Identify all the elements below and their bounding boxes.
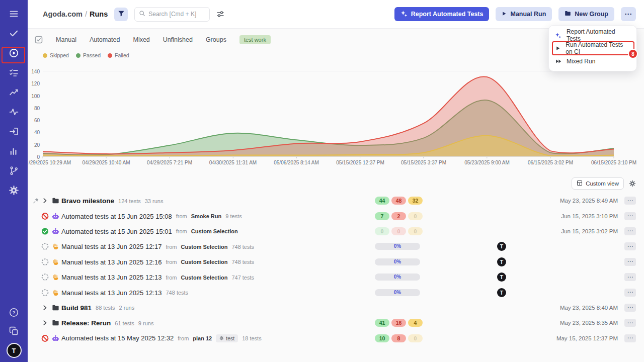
group-row[interactable]: Bravo milestone124 tests33 runs444832May…	[28, 193, 644, 208]
run-meta: 748 tests	[231, 259, 254, 265]
row-more-button[interactable]: ⋯	[624, 319, 636, 327]
filter-sliders-icon[interactable]	[216, 10, 224, 18]
result-badges: 000	[375, 227, 423, 235]
run-title[interactable]: Manual tests at 13 Jun 2025 12:16	[61, 258, 162, 265]
expand-chevron-icon[interactable]	[41, 197, 48, 204]
run-title[interactable]: Manual tests at 13 Jun 2025 12:17	[61, 243, 162, 250]
row-more-button[interactable]: ⋯	[624, 304, 636, 312]
run-source-link[interactable]: plan 12	[193, 335, 212, 341]
run-source-link[interactable]: Custom Selection	[181, 259, 227, 265]
row-more-button[interactable]: ⋯	[624, 242, 636, 250]
analytics-icon[interactable]	[9, 86, 20, 98]
progress-bar: 0%	[375, 258, 420, 265]
run-meta: 61 tests	[115, 320, 134, 326]
import-icon[interactable]	[9, 126, 20, 137]
run-row[interactable]: Manual tests at 13 Jun 2025 12:17fromCus…	[28, 239, 644, 254]
blocked-status-icon	[41, 334, 49, 342]
filter-button[interactable]	[114, 8, 128, 21]
report-automated-tests-button[interactable]: Report Automated Tests	[394, 7, 490, 21]
tab-unfinished[interactable]: Unfinished	[163, 36, 193, 43]
tab-mixed[interactable]: Mixed	[133, 36, 149, 43]
row-more-button[interactable]: ⋯	[624, 334, 636, 342]
menu-item-report-automated-tests[interactable]: Report Automated Tests	[549, 29, 636, 42]
hand-icon	[52, 243, 59, 250]
filter-tag-test-work[interactable]: test work	[239, 35, 271, 44]
robot-icon	[52, 212, 59, 220]
run-date: May 23, 2025 8:35 AM	[560, 320, 618, 326]
tab-manual[interactable]: Manual	[56, 36, 76, 43]
breadcrumb-project[interactable]: Agoda.com	[43, 10, 83, 18]
run-row[interactable]: Automated tests at 15 Jun 2025 15:01from…	[28, 224, 644, 239]
run-title[interactable]: Release: Rerun	[61, 319, 111, 327]
custom-view-button[interactable]: Custom view	[572, 177, 624, 190]
search-input[interactable]	[148, 11, 205, 18]
hand-icon	[52, 289, 59, 296]
tab-automated[interactable]: Automated	[90, 36, 120, 43]
row-more-button[interactable]: ⋯	[624, 258, 636, 266]
result-badges: 41164	[375, 319, 423, 327]
run-title[interactable]: Automated tests at 15 Jun 2025 15:08	[61, 212, 172, 220]
run-title[interactable]: Manual tests at 13 Jun 2025 12:13	[61, 274, 162, 281]
run-source-link[interactable]: Custom Selection	[181, 243, 227, 249]
expand-chevron-icon[interactable]	[41, 304, 48, 311]
activity-icon[interactable]	[9, 106, 20, 117]
row-more-button[interactable]: ⋯	[624, 289, 636, 297]
run-meta: 33 runs	[145, 198, 164, 204]
x-axis-label: /29/2025 10:29 AM	[29, 160, 71, 165]
group-row[interactable]: Build 98188 tests2 runsMay 23, 2025 8:40…	[28, 300, 644, 315]
run-source-link[interactable]: Smoke Run	[191, 213, 222, 219]
skipped-count-badge: 0	[408, 212, 423, 220]
passed-dot-icon	[76, 53, 80, 58]
run-row[interactable]: Automated tests at 15 May 2025 12:32from…	[28, 331, 644, 346]
workspace-logo[interactable]: T	[8, 344, 21, 357]
tasks-icon[interactable]	[9, 28, 20, 39]
row-more-button[interactable]: ⋯	[624, 227, 636, 235]
row-more-button[interactable]: ⋯	[624, 197, 636, 205]
run-source-link[interactable]: Custom Selection	[181, 274, 227, 280]
funnel-icon	[118, 10, 125, 19]
run-title[interactable]: Bravo milestone	[61, 197, 114, 205]
run-title[interactable]: Build 981	[61, 304, 92, 311]
expand-chevron-icon[interactable]	[41, 319, 48, 326]
row-more-button[interactable]: ⋯	[624, 212, 636, 220]
select-all-checkbox-icon[interactable]	[35, 36, 43, 44]
y-axis-label: 80	[28, 106, 40, 111]
checklist-icon[interactable]	[9, 67, 20, 78]
run-title[interactable]: Manual tests at 13 Jun 2025 12:13	[61, 289, 162, 296]
custom-view-label: Custom view	[586, 180, 619, 187]
run-row[interactable]: Manual tests at 13 Jun 2025 12:13fromCus…	[28, 269, 644, 285]
run-row[interactable]: Automated tests at 15 Jun 2025 15:08from…	[28, 208, 644, 223]
tab-groups[interactable]: Groups	[206, 36, 226, 43]
run-row[interactable]: Manual tests at 13 Jun 2025 12:16fromCus…	[28, 254, 644, 269]
row-more-button[interactable]: ⋯	[624, 273, 636, 281]
runs-tabs: Manual Automated Mixed Unfinished Groups…	[35, 34, 271, 45]
passed-count-badge: 44	[375, 197, 389, 205]
from-label: from	[166, 243, 177, 249]
view-settings-gear-icon[interactable]	[629, 180, 636, 187]
menu-item-mixed-run[interactable]: Mixed Run	[549, 55, 636, 68]
run-row[interactable]: Manual tests at 13 Jun 2025 12:13748 tes…	[28, 285, 644, 300]
more-actions-button[interactable]: ⋯	[621, 7, 636, 21]
new-group-button[interactable]: New Group	[558, 7, 614, 21]
menu-item-run-automated-tests-on-ci[interactable]: Run Automated Tests on CI 8	[549, 42, 636, 55]
search-box[interactable]	[134, 7, 210, 22]
actions-dropdown-menu: Report Automated Tests Run Automated Tes…	[548, 25, 637, 71]
copy-icon[interactable]	[9, 325, 20, 336]
group-row[interactable]: Release: Rerun61 tests9 runs41164May 23,…	[28, 315, 644, 330]
failed-count-badge: 16	[391, 319, 406, 327]
manual-run-button[interactable]: Manual Run	[496, 7, 552, 21]
menu-icon[interactable]	[9, 8, 20, 19]
run-title[interactable]: Automated tests at 15 Jun 2025 15:01	[61, 227, 172, 235]
run-title-group: Manual tests at 13 Jun 2025 12:16fromCus…	[61, 258, 254, 265]
settings-icon[interactable]	[9, 185, 20, 196]
branch-icon[interactable]	[9, 165, 20, 176]
run-source-link[interactable]: Custom Selection	[191, 228, 238, 234]
sidebar-bottom: ? T	[0, 307, 28, 357]
svg-text:?: ?	[13, 310, 16, 315]
y-axis-label: 60	[28, 118, 40, 123]
reports-icon[interactable]	[9, 145, 20, 156]
runs-icon[interactable]	[9, 47, 20, 58]
help-icon[interactable]: ?	[9, 307, 20, 318]
run-title[interactable]: Automated tests at 15 May 2025 12:32	[61, 334, 174, 342]
menu-item-label: Mixed Run	[567, 58, 595, 65]
